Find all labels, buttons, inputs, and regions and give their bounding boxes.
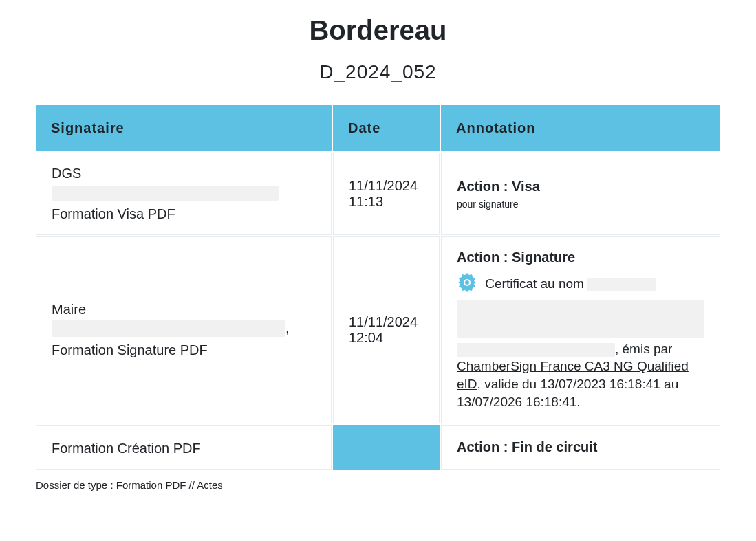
- cell-annotation: Action : Visa pour signature: [441, 153, 720, 235]
- svg-point-2: [465, 280, 469, 285]
- signer-role: DGS: [52, 166, 316, 181]
- signer-step: Formation Signature PDF: [52, 342, 316, 358]
- date-value: 11/11/2024: [349, 314, 424, 330]
- certificate-block: Certificat au nom , émis par ChamberSign…: [457, 272, 704, 410]
- cell-annotation: Action : Fin de circuit: [441, 425, 720, 470]
- cert-first-line: Certificat au nom: [457, 272, 704, 298]
- cert-intro: Certificat au nom: [485, 276, 584, 291]
- table-row: Formation Création PDF Action : Fin de c…: [36, 425, 720, 470]
- action-name: Visa: [512, 179, 540, 194]
- cell-signataire: Maire , Formation Signature PDF: [36, 236, 332, 423]
- cell-date-empty: [333, 425, 440, 470]
- action-name: Signature: [512, 250, 575, 265]
- action-line: Action : Signature: [457, 250, 704, 265]
- signature-table: Signataire Date Annotation DGS Formation…: [34, 104, 722, 471]
- action-prefix: Action :: [457, 250, 512, 265]
- footer-note: Dossier de type : Formation PDF // Actes: [34, 479, 722, 491]
- signer-role: Maire: [52, 302, 316, 318]
- header-signataire: Signataire: [36, 105, 332, 151]
- cert-issuer-line: , émis par ChamberSign France CA3 NG Qua…: [457, 340, 704, 411]
- action-line: Action : Fin de circuit: [457, 439, 704, 455]
- role-suffix: ,: [285, 320, 290, 335]
- cell-date: 11/11/2024 12:04: [333, 236, 440, 423]
- time-value: 12:04: [349, 330, 424, 346]
- redacted-cert-name: [587, 278, 656, 291]
- redacted-name-line: ,: [52, 320, 316, 338]
- time-value: 11:13: [349, 194, 424, 210]
- page-subtitle: D_2024_052: [34, 61, 722, 83]
- cell-signataire: DGS Formation Visa PDF: [36, 153, 332, 235]
- redacted-cert-body: [457, 300, 704, 338]
- cert-issued-by: , émis par: [615, 342, 672, 356]
- table-header-row: Signataire Date Annotation: [36, 105, 720, 151]
- header-annotation: Annotation: [441, 105, 720, 151]
- certificate-seal-icon: [457, 272, 477, 298]
- signer-step: Formation Visa PDF: [52, 206, 316, 222]
- cell-annotation: Action : Signature: [441, 236, 720, 423]
- page-title: Bordereau: [34, 15, 722, 46]
- table-row: Maire , Formation Signature PDF 11/11/20…: [36, 236, 720, 423]
- redacted-cert-tail: [457, 343, 615, 357]
- cert-validity: , valide du 13/07/2023 16:18:41 au 13/07…: [457, 377, 678, 409]
- redacted-name: [52, 320, 285, 337]
- action-note: pour signature: [457, 199, 704, 210]
- action-line: Action : Visa: [457, 179, 704, 195]
- header-date: Date: [333, 105, 440, 151]
- action-prefix: Action :: [457, 179, 512, 194]
- redacted-name: [52, 186, 279, 201]
- signer-step: Formation Création PDF: [52, 441, 316, 456]
- action-prefix: Action :: [457, 439, 512, 454]
- cell-signataire: Formation Création PDF: [36, 425, 332, 470]
- cell-date: 11/11/2024 11:13: [333, 153, 440, 235]
- date-value: 11/11/2024: [349, 178, 424, 194]
- table-row: DGS Formation Visa PDF 11/11/2024 11:13 …: [36, 153, 720, 235]
- action-name: Fin de circuit: [512, 439, 597, 454]
- document-page: Bordereau D_2024_052 Signataire Date Ann…: [0, 0, 756, 511]
